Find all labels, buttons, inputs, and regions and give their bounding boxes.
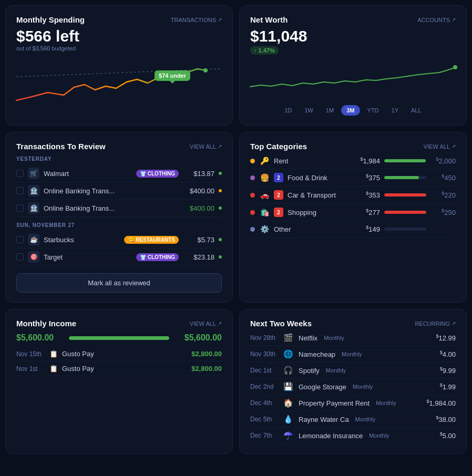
rec-date-netflix: Nov 28th xyxy=(250,334,278,342)
table-row: 🎯 Target 👕 CLOTHING $23.18 xyxy=(16,249,222,266)
tx-name-walmart: Walmart xyxy=(44,170,132,178)
cat-bar-shopping xyxy=(384,211,426,214)
cat-bar-wrap-shopping xyxy=(384,211,426,214)
tx-dot-walmart xyxy=(219,172,222,175)
tx-name-ob1: Online Banking Trans... xyxy=(44,187,179,195)
list-item: 🛍️ 2 Shopping $277 $250 xyxy=(250,204,456,221)
tab-3m[interactable]: 3M xyxy=(341,105,360,116)
net-worth-pct: 1.47% xyxy=(259,47,275,54)
rec-icon-rayne: 💧 xyxy=(282,415,294,424)
rec-icon-lemonade: ☂️ xyxy=(282,431,294,440)
rec-name-netflix: Netflix xyxy=(299,334,317,342)
list-item: Dec 4th 🏠 Property Payment Rent Monthly … xyxy=(250,395,456,411)
monthly-income-card: Monthly Income VIEW ALL $5,600.00 $5,600… xyxy=(5,309,233,454)
list-item: Nov 1st 📋 Gusto Pay $2,800.00 xyxy=(16,361,222,376)
tx-name-target: Target xyxy=(44,253,132,261)
svg-point-1 xyxy=(203,68,208,73)
rec-amount-property: $1,984.00 xyxy=(426,399,456,407)
tx-amount-ob1: $400.00 xyxy=(183,187,214,195)
rec-icon-property: 🏠 xyxy=(282,398,294,408)
tab-1m[interactable]: 1M xyxy=(321,105,339,116)
tx-dot-ob1 xyxy=(219,189,222,192)
net-worth-badge: ↑ 1.47% xyxy=(250,46,279,55)
next-two-weeks-card: Next Two Weeks RECURRING Nov 28th 🎬 Netf… xyxy=(239,309,467,454)
income-date-2: Nov 1st xyxy=(16,365,45,372)
transactions-view-all-link[interactable]: VIEW ALL xyxy=(190,143,222,150)
rec-amount-gstorage: $1.99 xyxy=(440,382,456,391)
arrow-up-icon: ↑ xyxy=(254,47,257,54)
tx-icon-starbucks: ☕ xyxy=(28,234,39,245)
tab-1y[interactable]: 1Y xyxy=(386,105,404,116)
tx-checkbox-ob2[interactable] xyxy=(16,204,24,212)
list-item: Nov 30th 🌐 Namecheap Monthly $4.00 xyxy=(250,346,456,363)
rec-date-lemonade: Dec 7th xyxy=(250,432,278,439)
income-progress-bar xyxy=(69,336,169,340)
top-categories-view-all[interactable]: VIEW ALL xyxy=(424,143,456,150)
tab-1w[interactable]: 1W xyxy=(299,105,319,116)
income-progress-row: $5,600.00 $5,600.00 xyxy=(16,333,222,343)
mark-reviewed-button[interactable]: Mark all as reviewed xyxy=(16,273,222,293)
rec-amount-namecheap: $4.00 xyxy=(440,350,456,358)
cat-icon-car: 🚗 xyxy=(259,191,270,199)
list-item: Dec 5th 💧 Rayne Water Ca Monthly $38.00 xyxy=(250,411,456,428)
tx-amount-walmart: $13.87 xyxy=(183,170,214,178)
income-name-1: Gusto Pay xyxy=(62,350,187,358)
rec-date-gstorage: Dec 2nd xyxy=(250,383,278,390)
transactions-card: Transactions To Review VIEW ALL YESTERDA… xyxy=(5,132,233,303)
rec-freq-gstorage: Monthly xyxy=(353,384,373,390)
rec-icon-gstorage: 💾 xyxy=(282,382,294,391)
list-item: Dec 7th ☂️ Lemonade Insurance Monthly $5… xyxy=(250,428,456,444)
cat-name-other: Other xyxy=(274,225,351,233)
cat-bar-wrap-car xyxy=(384,193,426,196)
cat-dot-food xyxy=(250,175,255,180)
table-row: 🛒 Walmart 👕 CLOTHING $13.87 xyxy=(16,165,222,182)
tx-icon-walmart: 🛒 xyxy=(28,168,39,179)
rec-name-namecheap: Namecheap xyxy=(299,350,335,358)
tx-checkbox-walmart[interactable] xyxy=(16,170,24,177)
section-nov27: SUN, NOVEMBER 27 xyxy=(16,222,222,228)
top-categories-card: Top Categories VIEW ALL 🔑 Rent $1,984 $2… xyxy=(239,132,467,303)
rec-amount-netflix: $12.99 xyxy=(436,334,456,342)
tx-checkbox-starbucks[interactable] xyxy=(16,236,24,243)
list-item: 🍔 2 Food & Drink $375 $450 xyxy=(250,169,456,187)
spending-chart: $74 under xyxy=(16,56,222,108)
cat-amount-car: $353 xyxy=(355,191,380,199)
cat-dot-rent xyxy=(250,159,255,163)
cat-amount-food: $375 xyxy=(355,173,380,182)
cat-amount-rent: $1,984 xyxy=(355,157,380,165)
list-item: 🚗 2 Car & Transport $353 $220 xyxy=(250,187,456,204)
tab-all[interactable]: ALL xyxy=(406,105,427,116)
svg-line-0 xyxy=(16,69,221,77)
tx-checkbox-target[interactable] xyxy=(16,253,24,261)
cat-budget-food: $450 xyxy=(430,173,456,182)
tx-icon-ob2: 🏦 xyxy=(28,202,39,214)
recurring-link[interactable]: RECURRING xyxy=(415,320,456,327)
net-worth-chart xyxy=(250,58,456,100)
tab-ytd[interactable]: YTD xyxy=(362,105,384,116)
tx-badge-clothing-2: 👕 CLOTHING xyxy=(136,253,179,261)
rec-date-rayne: Dec 5th xyxy=(250,416,278,423)
monthly-income-title: Monthly Income xyxy=(16,319,76,328)
income-view-all-link[interactable]: VIEW ALL xyxy=(190,320,222,327)
rec-name-property: Property Payment Rent xyxy=(299,399,370,407)
cat-bar-rent xyxy=(384,159,426,162)
cat-bar-food xyxy=(384,176,419,179)
next-two-weeks-header: Next Two Weeks RECURRING xyxy=(250,319,456,328)
transactions-link[interactable]: TRANSACTIONS xyxy=(171,17,222,23)
monthly-spending-card: Monthly Spending TRANSACTIONS $566 left … xyxy=(5,5,233,126)
rec-freq-rayne: Monthly xyxy=(355,416,376,422)
tx-amount-starbucks: $5.73 xyxy=(183,236,214,244)
tab-1d[interactable]: 1D xyxy=(279,105,297,116)
rec-freq-netflix: Monthly xyxy=(324,335,344,341)
tx-badge-restaurants: 😋 RESTAURANTS xyxy=(124,236,179,244)
cat-badge-food: 2 xyxy=(274,173,283,182)
tx-dot-starbucks xyxy=(219,238,222,241)
list-item: Dec 1st 🎧 Spotify Monthly $9.99 xyxy=(250,363,456,379)
table-row: ☕ Starbucks 😋 RESTAURANTS $5.73 xyxy=(16,231,222,249)
transactions-title: Transactions To Review xyxy=(16,142,106,151)
tx-checkbox-ob1[interactable] xyxy=(16,187,24,194)
rec-date-spotify: Dec 1st xyxy=(250,367,278,374)
rec-date-property: Dec 4th xyxy=(250,399,278,407)
accounts-link[interactable]: ACCOUNTS xyxy=(417,17,456,23)
table-row: 🏦 Online Banking Trans... $400.00 xyxy=(16,200,222,217)
